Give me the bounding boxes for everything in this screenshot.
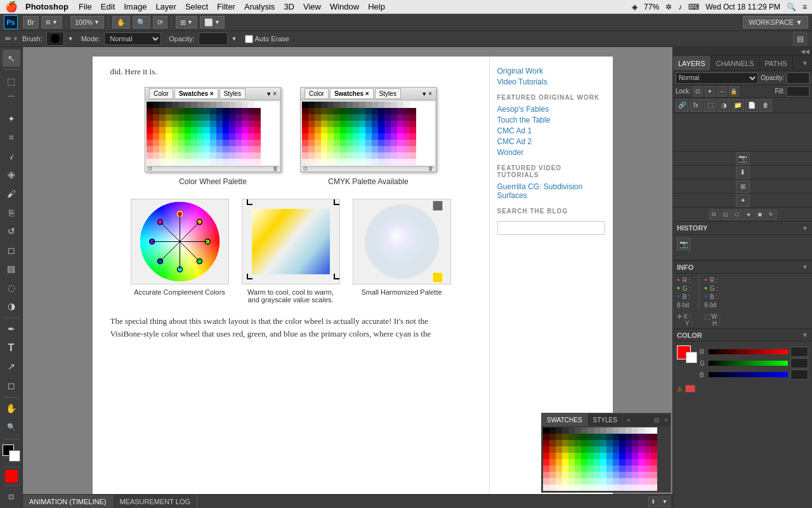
grid-icon-btn[interactable]: ⊞ (736, 180, 750, 193)
sidebar-link-original-work[interactable]: Original Work (497, 67, 605, 76)
list-icon[interactable]: ≡ (802, 3, 807, 11)
menu-file[interactable]: File (79, 2, 92, 11)
link-layers-btn[interactable]: 🔗 (676, 99, 688, 112)
mask-btn[interactable]: ⬚ (704, 99, 716, 112)
new-layer-btn[interactable]: 📄 (745, 99, 758, 112)
lock-btn-2[interactable]: ✦ (705, 86, 715, 97)
menu-edit[interactable]: Edit (101, 2, 115, 11)
animation-timeline-tab[interactable]: ANIMATION (TIMELINE) (23, 495, 113, 509)
frame-tool[interactable]: ⬜ ▼ (200, 16, 225, 29)
palette-tab-styles-2[interactable]: Styles (375, 88, 401, 99)
menu-select[interactable]: Select (185, 2, 208, 11)
panel-collapse-btn[interactable]: ◀◀ (801, 48, 809, 55)
panel-options-btn[interactable]: ▼ (798, 56, 812, 70)
brush-preview[interactable] (46, 32, 64, 46)
download-icon-btn[interactable]: ⬇ (736, 166, 750, 179)
layer-icon-1[interactable]: ⊡ (709, 210, 719, 220)
styles-tab[interactable]: STYLES (588, 413, 623, 426)
gradient-tool[interactable]: ▤ (3, 260, 20, 277)
quick-select-tool[interactable]: ✦ (3, 110, 20, 127)
opacity-toggle[interactable]: ▼ (232, 36, 237, 42)
menu-analysis[interactable]: Analysis (244, 2, 275, 11)
layer-icon-4[interactable]: ◈ (743, 210, 754, 220)
sidebar-cmc-ad1[interactable]: CMC Ad 1 (497, 126, 605, 135)
palette-tab-color-1[interactable]: Color (149, 88, 173, 99)
dodge-tool[interactable]: ◑ (3, 297, 20, 314)
palette-tab-swatches-2[interactable]: Swatches × (330, 88, 374, 99)
screen-mode[interactable]: ⊡ (3, 488, 20, 505)
palette-footer-icon-1[interactable]: ⊡ (148, 166, 152, 171)
palette-tab-styles-1[interactable]: Styles (219, 88, 246, 99)
grid-tool[interactable]: ⊞ ▼ (176, 16, 197, 29)
layer-icon-3[interactable]: ⬡ (732, 210, 742, 220)
adjustment-btn[interactable]: ◑ (717, 99, 730, 112)
zoom-tool-left[interactable]: 🔍 (3, 418, 20, 436)
color-toggle-btn[interactable]: ▼ (802, 331, 808, 338)
move-tool[interactable]: ↖ (3, 50, 20, 67)
mini-bridge-button[interactable]: ⊞ ▼ (41, 16, 62, 29)
workspace-button[interactable]: WORKSPACE ▼ (743, 16, 808, 29)
color-b-value[interactable]: 0 (790, 370, 808, 380)
group-btn[interactable]: 📁 (731, 99, 744, 112)
path-select-tool[interactable]: ↗ (3, 358, 20, 375)
pen-tool[interactable]: ✒ (3, 321, 20, 338)
type-tool[interactable]: T (3, 339, 20, 356)
history-camera-btn[interactable]: 📷 (677, 237, 691, 250)
bottom-expand-btn[interactable]: ⬆ (648, 497, 658, 507)
blur-tool[interactable]: ◌ (3, 279, 20, 296)
clone-stamp-tool[interactable]: ⎘ (3, 204, 20, 221)
lock-btn-1[interactable]: ⊡ (693, 86, 703, 97)
sidebar-touch-table[interactable]: Touch the Table (497, 116, 605, 124)
palette-footer-icon-2[interactable]: ⊡ (303, 166, 308, 171)
eyedropper-tool[interactable]: 𝒾 (3, 147, 20, 164)
opacity-input[interactable]: 100% (199, 32, 228, 45)
layer-icon-5[interactable]: ▣ (755, 210, 765, 220)
lock-btn-3[interactable]: ↔ (717, 86, 727, 97)
menu-help[interactable]: Help (368, 2, 385, 11)
history-toggle-btn[interactable]: ▼ (802, 225, 808, 232)
zoom-tool[interactable]: 🔍 (133, 16, 150, 29)
menu-3d[interactable]: 3D (284, 2, 294, 11)
menu-view[interactable]: View (303, 2, 321, 11)
tab-paths[interactable]: PATHS (760, 56, 793, 70)
history-brush-tool[interactable]: ↺ (3, 222, 20, 239)
palette-expand-1[interactable]: ▼ (266, 91, 272, 97)
brush-tool[interactable]: 🖌 (3, 185, 20, 202)
rotate-tool[interactable]: ⟳ (153, 16, 167, 29)
swatches-tab[interactable]: SWATCHES (542, 413, 588, 426)
palette-tab-color-2[interactable]: Color (304, 88, 329, 99)
fx-btn[interactable]: fx (690, 99, 702, 112)
delete-layer-btn[interactable]: 🗑 (759, 99, 772, 112)
color-g-value[interactable]: 0 (790, 358, 808, 368)
search-input[interactable] (497, 221, 605, 235)
shape-tool[interactable]: ◻ (3, 377, 20, 394)
zoom-display[interactable]: 100% ▼ (70, 16, 104, 29)
swatches-panel-close[interactable]: × (662, 413, 671, 426)
camera-icon-btn[interactable]: 📷 (736, 152, 750, 165)
opacity-row-input[interactable] (787, 72, 809, 84)
auto-erase-checkbox[interactable] (245, 35, 253, 43)
layer-icon-6[interactable]: ↻ (766, 210, 776, 220)
search-icon[interactable]: 🔍 (787, 3, 796, 11)
red-color-indicator[interactable] (5, 470, 18, 483)
sidebar-guerrilla[interactable]: Guerrilla CG: Subdivision Surfaces (497, 182, 605, 200)
palette-tab-swatches-1[interactable]: Swatches × (174, 88, 218, 99)
color-r-slider[interactable] (709, 349, 788, 354)
hand-tool[interactable]: ✋ (112, 16, 130, 29)
crop-tool[interactable]: ⌗ (3, 129, 20, 146)
marquee-tool[interactable]: ⬚ (3, 72, 20, 90)
swatches-expand-btn[interactable]: ⊟ (652, 413, 662, 426)
blend-mode-select[interactable]: Normal (676, 72, 758, 84)
br-button[interactable]: Br (23, 16, 39, 29)
color-b-slider[interactable] (709, 372, 788, 377)
tablet-button[interactable]: ▤ (793, 32, 807, 46)
tab-channels[interactable]: CHANNELS (711, 56, 760, 70)
menu-layer[interactable]: Layer (155, 2, 176, 11)
menu-image[interactable]: Image (124, 2, 147, 11)
info-toggle-btn[interactable]: ▼ (802, 264, 808, 271)
sidebar-wonder[interactable]: Wonder (497, 148, 605, 157)
apple-menu[interactable]: 🍎 (5, 1, 18, 13)
fg-bg-colors[interactable] (3, 444, 20, 462)
sidebar-aesop[interactable]: Aesop's Fables (497, 105, 605, 114)
tab-layers[interactable]: LAYERS (673, 56, 711, 70)
